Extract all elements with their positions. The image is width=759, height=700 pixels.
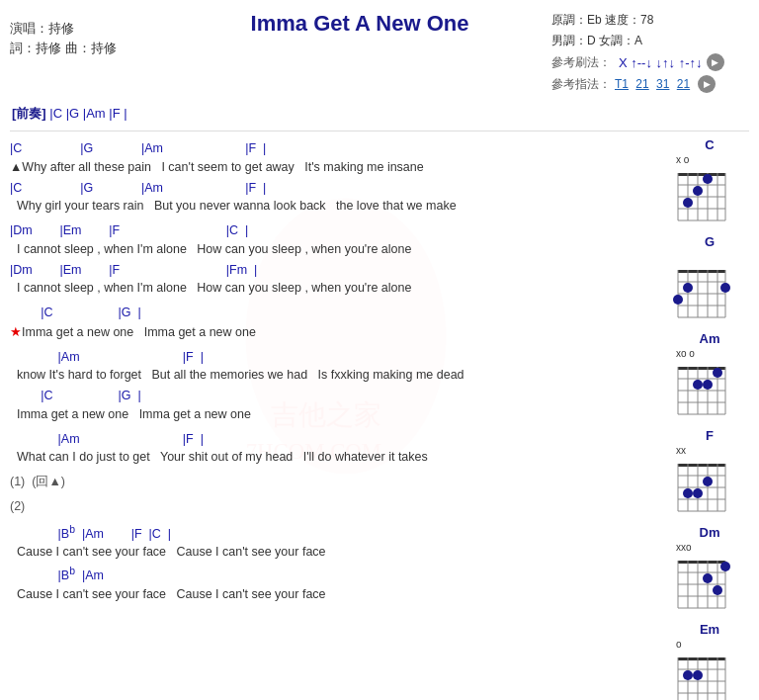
lyric-line-2b: I cannot sleep , when I'm alone How can … <box>10 279 662 298</box>
section-chorus2: |Am |F | know It's hard to forget But al… <box>10 348 662 424</box>
chord-line-2a: |Dm |Em |F |C | <box>10 221 662 240</box>
lyric-line-1a: ▲Why after all these pain I can't seem t… <box>10 158 662 177</box>
chord-diagram-Em: Em o <box>670 622 749 700</box>
divider <box>10 131 749 131</box>
strum-label: 參考刷法： <box>551 54 611 71</box>
chord-name-Dm: Dm <box>670 525 749 540</box>
svg-point-85 <box>683 670 693 680</box>
prelude-chords: |C |G |Am |F | <box>49 106 126 121</box>
male-key: 男調：D 女調：A <box>551 33 642 49</box>
section-bridge: |Bb |Am |F |C | Cause I can't see your f… <box>10 522 662 604</box>
lyric-line-2a: I cannot sleep , when I'm alone How can … <box>10 240 662 259</box>
lyric-line-8b: Cause I can't see your face Cause I can'… <box>10 585 662 604</box>
chord-grid-G <box>670 262 733 319</box>
chord-name-C: C <box>670 137 749 152</box>
chord-diagrams: C x o <box>670 137 749 700</box>
chord-line-4a: |Am |F | <box>10 348 662 367</box>
prelude-label: [前奏] <box>12 106 46 121</box>
section-verse2: |Dm |Em |F |C | I cannot sleep , when I'… <box>10 221 662 298</box>
song-title: Imma Get A New One <box>168 10 551 39</box>
chord-name-F: F <box>670 428 749 443</box>
svg-point-15 <box>693 186 703 196</box>
lyric-line-1b: Why girl your tears rain But you never w… <box>10 197 662 216</box>
chord-name-Em: Em <box>670 622 749 637</box>
finger-pattern: T1 21 31 21 <box>615 77 694 91</box>
svg-point-30 <box>673 295 683 305</box>
svg-point-44 <box>693 380 703 390</box>
lyric-line-4b: Imma get a new one Imma get a new one <box>10 405 662 424</box>
svg-point-42 <box>713 368 722 378</box>
chord-diagram-Am: Am xo o <box>670 331 749 416</box>
chord-mute-Dm: xxo <box>670 542 749 553</box>
writer-line: 詞：持修 曲：持修 <box>10 40 168 57</box>
svg-rect-17 <box>678 270 725 273</box>
svg-point-28 <box>720 283 730 293</box>
chord-line-8b: |Bb |Am <box>10 564 662 585</box>
svg-point-72 <box>713 585 722 595</box>
section2-marker: (2) <box>10 497 662 516</box>
chord-diagram-Dm: Dm xxo <box>670 525 749 610</box>
right-info: 原調：Eb 速度：78 男調：D 女調：A 參考刷法： X ↑--↓ ↓↑↓ ↑… <box>551 10 749 97</box>
orig-key: 原調：Eb 速度：78 <box>551 12 653 29</box>
chord-mute-F: xx <box>670 445 749 456</box>
chord-line-1a: |C |G |Am |F | <box>10 139 662 158</box>
svg-rect-45 <box>678 464 725 467</box>
lyric-line-3a: ★Imma get a new one Imma get a new one <box>10 322 662 342</box>
singer-info: 演唱：持修 詞：持修 曲：持修 <box>10 10 168 59</box>
svg-point-57 <box>693 488 703 498</box>
chord-diagram-C: C x o <box>670 137 749 222</box>
finger-play-button[interactable]: ▶ <box>698 75 716 93</box>
chord-line-1b: |C |G |Am |F | <box>10 179 662 198</box>
chord-name-G: G <box>670 234 749 249</box>
chord-line-8a: |Bb |Am |F |C | <box>10 522 662 544</box>
section-verse1: |C |G |Am |F | ▲Why after all these pain… <box>10 139 662 216</box>
chord-line-3a: |C |G | <box>10 304 662 322</box>
finger-label: 參考指法： <box>551 76 611 93</box>
svg-point-58 <box>683 488 693 498</box>
svg-point-43 <box>703 380 713 390</box>
chord-mute-G <box>670 251 749 262</box>
finger-T1[interactable]: T1 <box>615 77 629 91</box>
chord-grid-Em <box>670 650 733 700</box>
finger-31[interactable]: 31 <box>656 77 669 91</box>
lyric-line-8a: Cause I can't see your face Cause I can'… <box>10 543 662 562</box>
section-repeat: (1) (回▲) <box>10 473 662 491</box>
chord-diagram-G: G <box>670 234 749 319</box>
chord-mute-Em: o <box>670 639 749 650</box>
svg-point-71 <box>703 573 713 583</box>
singer-line: 演唱：持修 <box>10 20 168 38</box>
svg-rect-59 <box>678 561 725 564</box>
svg-point-84 <box>693 670 703 680</box>
svg-point-29 <box>683 283 693 293</box>
song-body: |C |G |Am |F | ▲Why after all these pain… <box>10 137 749 700</box>
svg-rect-73 <box>678 657 725 660</box>
repeat-marker: (1) (回▲) <box>10 473 662 491</box>
chord-grid-C <box>670 165 733 222</box>
chord-grid-Dm <box>670 553 733 610</box>
chord-mute-Am: xo o <box>670 348 749 359</box>
lyric-line-4a: know It's hard to forget But all the mem… <box>10 366 662 385</box>
chord-line-5a: |Am |F | <box>10 430 662 449</box>
chord-name-Am: Am <box>670 331 749 346</box>
finger-21[interactable]: 21 <box>635 77 648 91</box>
strum-play-button[interactable]: ▶ <box>707 53 724 71</box>
chord-line-2b: |Dm |Em |F |Fm | <box>10 261 662 280</box>
svg-point-70 <box>720 562 730 571</box>
section-chorus1: |C |G | ★Imma get a new one Imma get a n… <box>10 304 662 342</box>
section-chorus3: |Am |F | What can I do just to get Your … <box>10 430 662 468</box>
svg-point-56 <box>703 477 713 486</box>
svg-point-16 <box>683 198 693 208</box>
chord-diagram-F: F xx <box>670 428 749 513</box>
section-2: (2) <box>10 497 662 516</box>
strum-pattern: X ↑--↓ ↓↑↓ ↑-↑↓ <box>619 55 703 70</box>
finger-21b[interactable]: 21 <box>677 77 690 91</box>
svg-rect-3 <box>678 173 725 176</box>
chord-grid-Am <box>670 359 733 416</box>
chord-grid-F <box>670 456 733 513</box>
prelude-line: [前奏] |C |G |Am |F | <box>10 105 749 123</box>
lyrics-area: |C |G |Am |F | ▲Why after all these pain… <box>10 137 670 700</box>
chord-line-4b: |C |G | <box>10 387 662 405</box>
chord-mute-C: x o <box>670 154 749 165</box>
lyric-line-5a: What can I do just to get Your shit out … <box>10 448 662 467</box>
svg-point-14 <box>703 174 713 184</box>
